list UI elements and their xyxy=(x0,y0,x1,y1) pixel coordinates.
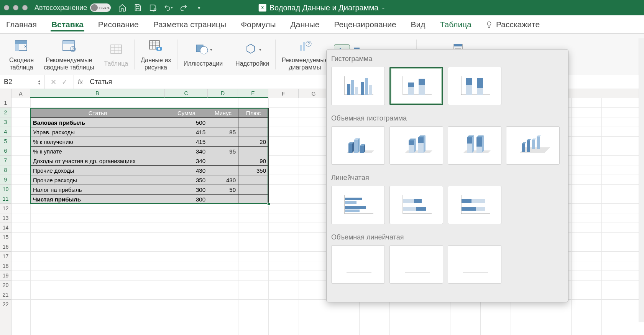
cell[interactable]: 500 xyxy=(165,118,208,127)
tab-layout[interactable]: Разметка страницы xyxy=(153,18,227,31)
cell[interactable]: 300 xyxy=(165,195,208,204)
chart-3d-100-stacked-column[interactable] xyxy=(448,126,501,165)
cell[interactable]: % к получению xyxy=(31,137,165,147)
cell[interactable]: 85 xyxy=(208,127,238,137)
header-article[interactable]: Статья xyxy=(31,108,165,118)
chart-3d-stacked-column[interactable] xyxy=(389,126,443,165)
row-header-6[interactable]: 6 xyxy=(0,146,11,156)
picture-data-button[interactable]: Данные из рисунка xyxy=(137,34,175,75)
cell[interactable] xyxy=(238,118,269,127)
col-header-E[interactable]: E xyxy=(238,89,268,98)
row-header-16[interactable]: 16 xyxy=(0,242,11,252)
table-row[interactable]: Чистая прибыль300 xyxy=(31,195,269,204)
table-row[interactable]: Валовая прибыль500 xyxy=(31,118,269,127)
selection-handle[interactable] xyxy=(267,203,270,206)
cancel-icon[interactable]: ✕ xyxy=(51,78,56,86)
chart-100-stacked-column[interactable] xyxy=(448,67,501,105)
undo-icon[interactable]: ▾ xyxy=(164,3,173,12)
header-plus[interactable]: Плюс xyxy=(238,108,269,118)
name-box[interactable]: B2 ▴▾ xyxy=(0,75,44,89)
cell[interactable] xyxy=(208,118,238,127)
data-table[interactable]: Статья Сумма Минус Плюс Валовая прибыль5… xyxy=(30,108,269,204)
row-header-22[interactable]: 22 xyxy=(0,300,11,309)
cell[interactable]: 415 xyxy=(165,137,208,147)
pivot-table-button[interactable]: Сводная таблица xyxy=(5,34,38,75)
col-header-D[interactable]: D xyxy=(208,89,238,98)
tab-data[interactable]: Данные xyxy=(290,18,320,31)
cell[interactable]: 20 xyxy=(238,137,269,147)
name-box-stepper[interactable]: ▴▾ xyxy=(38,79,40,85)
cell[interactable] xyxy=(208,137,238,147)
save-edit-icon[interactable] xyxy=(148,3,158,12)
row-header-3[interactable]: 3 xyxy=(0,117,11,127)
chart-3d-100-stacked-bar[interactable] xyxy=(448,245,501,284)
chart-3d-clustered-bar[interactable] xyxy=(331,245,385,284)
maximize-window-icon[interactable] xyxy=(22,5,28,10)
cell[interactable]: 430 xyxy=(208,175,238,185)
row-header-7[interactable]: 7 xyxy=(0,156,11,165)
row-header-4[interactable]: 4 xyxy=(0,127,11,137)
fx-label[interactable]: fx xyxy=(74,75,87,89)
row-header-10[interactable]: 10 xyxy=(0,185,11,194)
table-row[interactable]: Управ. расходы41585 xyxy=(31,127,269,137)
chart-stacked-column[interactable] xyxy=(389,67,443,105)
chart-3d-stacked-bar[interactable] xyxy=(389,245,443,284)
table-row[interactable]: Доходы от участия в др. организациях3409… xyxy=(31,156,269,166)
header-sum[interactable]: Сумма xyxy=(165,108,208,118)
illustrations-button[interactable]: ▾ Иллюстрации xyxy=(180,34,227,75)
save-icon[interactable] xyxy=(133,3,142,12)
minimize-window-icon[interactable] xyxy=(13,5,18,10)
row-header-15[interactable]: 15 xyxy=(0,233,11,242)
table-row[interactable]: Прочие доходы430350 xyxy=(31,166,269,175)
row-header-2[interactable]: 2 xyxy=(0,108,11,117)
header-minus[interactable]: Минус xyxy=(208,108,238,118)
autosave-toggle[interactable]: Автосохранение выкл. xyxy=(34,3,111,12)
row-header-19[interactable]: 19 xyxy=(0,271,11,281)
tab-home[interactable]: Главная xyxy=(5,18,38,31)
col-header-A[interactable]: A xyxy=(12,89,30,98)
confirm-icon[interactable]: ✓ xyxy=(62,78,67,86)
chart-3d-column[interactable] xyxy=(506,126,560,165)
cell[interactable]: 90 xyxy=(238,156,269,166)
recommended-pivot-button[interactable]: ? Рекомендуемые сводные таблицы xyxy=(40,34,98,75)
cell[interactable]: 340 xyxy=(165,156,208,166)
table-row[interactable]: Прочие расходы350430 xyxy=(31,175,269,185)
col-header-B[interactable]: B xyxy=(30,89,165,98)
tab-table[interactable]: Таблица xyxy=(439,18,472,31)
chart-3d-clustered-column[interactable] xyxy=(331,126,385,165)
row-header-12[interactable]: 12 xyxy=(0,204,11,213)
cell[interactable]: 300 xyxy=(165,185,208,195)
cell[interactable]: 340 xyxy=(165,147,208,156)
cell[interactable] xyxy=(208,156,238,166)
table-row[interactable]: Налог на прибыль30050 xyxy=(31,185,269,195)
cell[interactable] xyxy=(208,166,238,175)
tell-me[interactable]: Расскажите xyxy=(485,20,540,29)
row-header-20[interactable]: 20 xyxy=(0,281,11,290)
row-header-18[interactable]: 18 xyxy=(0,261,11,271)
row-header-13[interactable]: 13 xyxy=(0,213,11,223)
cell[interactable]: Управ. расходы xyxy=(31,127,165,137)
cell[interactable]: 430 xyxy=(165,166,208,175)
tab-insert[interactable]: Вставка xyxy=(51,18,84,31)
row-header-21[interactable]: 21 xyxy=(0,290,11,300)
table-row[interactable]: % к получению41520 xyxy=(31,137,269,147)
cell[interactable] xyxy=(238,195,269,204)
cell[interactable]: 350 xyxy=(238,166,269,175)
cell[interactable]: % к уплате xyxy=(31,147,165,156)
tab-view[interactable]: Вид xyxy=(410,18,426,31)
cell[interactable]: Доходы от участия в др. организациях xyxy=(31,156,165,166)
close-window-icon[interactable] xyxy=(4,5,9,10)
chart-stacked-bar[interactable] xyxy=(389,186,443,224)
tab-draw[interactable]: Рисование xyxy=(97,18,140,31)
recommended-charts-button[interactable]: ? Рекомендуемые диаграммы xyxy=(278,34,332,75)
cell[interactable]: 95 xyxy=(208,147,238,156)
row-header-9[interactable]: 9 xyxy=(0,175,11,185)
col-header-C[interactable]: C xyxy=(165,89,208,98)
table-row[interactable]: % к уплате34095 xyxy=(31,147,269,156)
chart-clustered-column[interactable] xyxy=(331,67,385,105)
vertical-scrollbar[interactable] xyxy=(639,38,644,322)
row-header-11[interactable]: 11 xyxy=(0,194,11,204)
home-icon[interactable] xyxy=(118,3,127,12)
addins-button[interactable]: ▾ Надстройки xyxy=(232,34,273,75)
row-header-14[interactable]: 14 xyxy=(0,223,11,233)
